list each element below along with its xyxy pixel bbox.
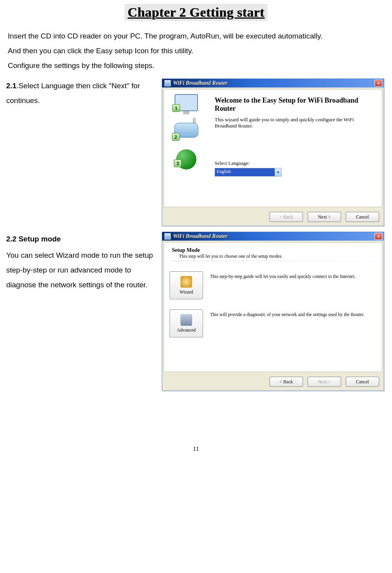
- section-2-2-text: 2.2 Setup mode You can select Wizard mod…: [6, 232, 162, 292]
- chapter-title: Chapter 2 Getting start: [124, 4, 268, 21]
- section-2-1-head: 2.1: [6, 82, 16, 90]
- intro-paragraph: Insert the CD into CD reader on your PC.…: [0, 29, 392, 73]
- dialog-language-select: WiFi Broadband Router ✕ 1 2 3: [162, 79, 384, 226]
- button-bar: < Back Next > Cancel: [162, 209, 384, 226]
- cancel-button[interactable]: Cancel: [346, 377, 379, 387]
- close-icon[interactable]: ✕: [374, 80, 382, 87]
- setup-mode-title: Setup Mode: [172, 247, 374, 253]
- welcome-heading: Welcome to the Easy Setup for WiFi Broad…: [215, 96, 376, 113]
- advanced-label: Advanced: [177, 327, 196, 333]
- next-button[interactable]: Next >: [308, 212, 341, 222]
- section-2-2-body: You can select Wizard mode to run the se…: [6, 248, 159, 292]
- wizard-button[interactable]: Wizard: [170, 271, 203, 299]
- window-title: WiFi Broadband Router: [173, 233, 374, 239]
- window-title: WiFi Broadband Router: [173, 80, 374, 86]
- select-language-label: Select Language:: [215, 160, 376, 166]
- language-value: English: [215, 168, 275, 176]
- step-badge-3: 3: [174, 159, 182, 167]
- chevron-down-icon[interactable]: ▾: [275, 168, 281, 176]
- steps-sidebar: 1 2 3: [164, 89, 208, 207]
- close-icon[interactable]: ✕: [374, 233, 382, 240]
- app-icon: [164, 233, 171, 239]
- titlebar: WiFi Broadband Router ✕: [162, 232, 384, 241]
- setup-mode-subtitle: This step will let you to choose one of …: [172, 253, 374, 259]
- titlebar: WiFi Broadband Router ✕: [162, 79, 384, 87]
- dialog-header: Setup Mode This step will let you to cho…: [164, 246, 382, 264]
- section-2-2-head: 2.2 Setup mode: [6, 235, 61, 243]
- language-dropdown[interactable]: English ▾: [215, 168, 282, 176]
- page-number: 11: [0, 445, 392, 452]
- dialog-setup-mode: WiFi Broadband Router ✕ Setup Mode This …: [162, 232, 384, 391]
- cancel-button[interactable]: Cancel: [346, 212, 379, 222]
- intro-line: And then you can click the Easy setup Ic…: [8, 44, 384, 58]
- app-icon: [164, 80, 171, 86]
- wizard-description: This step-by-step guide will let you eas…: [203, 271, 376, 280]
- step-badge-1: 1: [172, 104, 180, 112]
- advanced-button[interactable]: Advanced: [170, 309, 203, 337]
- button-bar: < Back Next > Cancel: [162, 374, 384, 391]
- advanced-icon: [180, 314, 192, 326]
- intro-line: Insert the CD into CD reader on your PC.…: [8, 29, 384, 44]
- next-button: Next >: [308, 377, 341, 387]
- back-button[interactable]: < Back: [270, 377, 303, 387]
- section-2-1-text: 2.1.Select Language then click "Next" fo…: [6, 79, 162, 108]
- section-2-1-body: .Select Language then click "Next" for c…: [6, 82, 140, 105]
- wizard-icon: [180, 276, 192, 288]
- advanced-description: This will provide a diagnostic of your n…: [203, 309, 376, 318]
- step-badge-2: 2: [172, 133, 180, 141]
- wizard-label: Wizard: [180, 289, 193, 295]
- back-button: < Back: [270, 212, 303, 222]
- welcome-text: This wizard will guide you to simply and…: [215, 117, 376, 129]
- intro-line: Configure the settings by the following …: [8, 58, 384, 73]
